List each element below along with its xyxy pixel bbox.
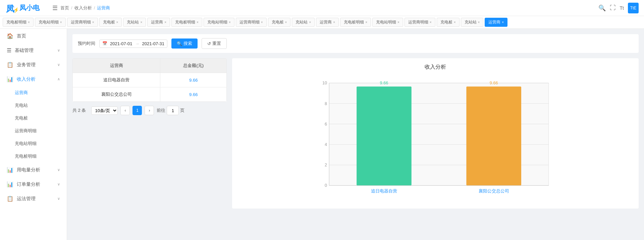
tab-close-icon[interactable]: × [478,20,480,24]
tab-item[interactable]: 充电桩明细× [171,18,202,27]
tab-item[interactable]: 充站站× [292,18,315,27]
date-range-picker[interactable]: 📅 2021-07-01 → 2021-07-31 [99,39,167,48]
menu-icon[interactable]: ☰ [52,4,58,12]
svg-text:10: 10 [322,81,327,85]
tab-item[interactable]: 充电桩× [268,18,291,27]
tab-close-icon[interactable]: × [502,20,504,24]
current-page-button[interactable]: 1 [132,106,142,115]
tab-item[interactable]: 运营商明细× [236,18,267,27]
logo-text: 凤小电 [19,3,40,12]
reset-button[interactable]: ↺ 重置 [202,38,227,49]
sidebar-subitem-pile-detail[interactable]: 充电桩明细 [0,150,67,163]
sidebar-subitem-operator-detail[interactable]: 运营商明细 [0,125,67,137]
next-page-button[interactable]: › [145,106,154,115]
tab-item[interactable]: 充站站× [123,18,146,27]
tab-close-icon[interactable]: × [60,20,62,24]
cell-amount: 9.66 [160,87,227,102]
calendar-icon: 📅 [102,41,107,46]
income-icon: 📊 [7,76,13,82]
font-size-icon[interactable]: Tt [620,5,624,11]
tab-label: 充电桩明细 [6,19,26,25]
sidebar-label-home: 首页 [17,33,26,39]
chart-container: 02468109.66追日电器自营9.66襄阳公交总公司 [237,76,633,203]
tab-close-icon[interactable]: × [229,20,231,24]
search-icon[interactable]: 🔍 [598,4,606,12]
page-size-select[interactable]: 10条/页20条/页50条/页 [91,106,118,115]
col-header-amount: 总金额(元) [160,59,227,73]
col-header-operator: 运营商 [73,59,160,73]
sidebar-subitem-station-detail[interactable]: 充电站明细 [0,137,67,150]
tab-close-icon[interactable]: × [28,20,30,24]
avatar: TtE [628,3,639,13]
breadcrumb-income[interactable]: 收入分析 [74,5,92,11]
tab-close-icon[interactable]: × [116,20,118,24]
tab-close-icon[interactable]: × [92,20,94,24]
tab-close-icon[interactable]: × [140,20,142,24]
tab-close-icon[interactable]: × [261,20,263,24]
svg-text:⚡: ⚡ [13,6,17,13]
tab-close-icon[interactable]: × [397,20,399,24]
fullscreen-icon[interactable]: ⛶ [610,4,616,11]
search-btn-icon: 🔍 [177,41,182,46]
tab-close-icon[interactable]: × [333,20,335,24]
tab-close-icon[interactable]: × [430,20,432,24]
tab-close-icon[interactable]: × [285,20,287,24]
tab-item[interactable]: 充站站× [461,18,484,27]
page-jump-input[interactable] [167,106,179,115]
sidebar-item-business[interactable]: 📋 业务管理 ∨ [0,58,67,72]
chevron-down-icon4: ∨ [57,182,60,186]
tab-item[interactable]: 运营商× [147,18,170,27]
tab-label: 充站站 [127,19,139,25]
tab-label: 充站站 [465,19,477,25]
tab-item[interactable]: 充电站明细× [372,18,403,27]
tab-item[interactable]: 充电桩明细× [3,18,34,27]
svg-rect-16 [357,87,412,186]
chevron-up-icon: ∧ [57,77,60,81]
tab-label: 充电桩 [272,19,284,25]
tab-item[interactable]: 运营商× [316,18,339,27]
cell-operator: 追日电器自营 [73,73,160,87]
tab-close-icon[interactable]: × [197,20,199,24]
breadcrumb-operator: 运营商 [97,5,110,11]
svg-text:4: 4 [325,142,327,147]
tab-item[interactable]: 充电站明细× [35,18,66,27]
tab-close-icon[interactable]: × [164,20,166,24]
search-button[interactable]: 🔍 搜索 [171,38,198,49]
sidebar-subitem-operator[interactable]: 运营商 [0,86,67,99]
sidebar-item-electricity[interactable]: 📊 用电量分析 ∨ [0,163,67,177]
sidebar-item-income[interactable]: 📊 收入分析 ∧ [0,72,67,86]
data-table: 运营商 总金额(元) 追日电器自营9.66襄阳公交总公司9.66 [72,58,227,102]
date-start: 2021-07-01 [110,41,132,46]
sidebar-item-law[interactable]: 📋 运法管理 ∨ [0,191,67,206]
breadcrumb-home[interactable]: 首页 [60,5,69,11]
svg-text:8: 8 [325,101,327,106]
sidebar-item-home[interactable]: 🏠 首页 [0,29,67,43]
tab-close-icon[interactable]: × [454,20,456,24]
chevron-down-icon3: ∨ [57,168,60,172]
cell-operator: 襄阳公交总公司 [73,87,160,102]
sidebar-item-orders[interactable]: 📊 订单量分析 ∨ [0,177,67,191]
date-end: 2021-07-31 [142,41,165,46]
orders-icon: 📊 [7,181,13,187]
sidebar-subitem-pile[interactable]: 充电桩 [0,112,67,125]
tab-item[interactable]: 充电桩× [99,18,122,27]
top-bar: 凤 小 ⚡ 凤小电 ☰ 首页 / 收入分析 / 运营商 🔍 ⛶ Tt TtE [0,0,644,16]
tab-item[interactable]: 运营商明细× [405,18,435,27]
sidebar-item-basic[interactable]: ☰ 基础管理 ∨ [0,43,67,58]
chevron-down-icon5: ∨ [57,196,60,201]
tab-label: 充电站明细 [207,19,227,25]
tab-item[interactable]: 充电桩明细× [340,18,371,27]
tab-close-icon[interactable]: × [365,20,367,24]
breadcrumb: 首页 / 收入分析 / 运营商 [60,5,110,11]
chevron-down-icon: ∨ [57,48,60,53]
prev-page-button[interactable]: ‹ [120,106,130,115]
tab-item[interactable]: 运营商× [485,18,507,27]
tab-label: 运营商明细 [71,19,91,25]
tab-item[interactable]: 充电桩× [437,18,460,27]
tab-close-icon[interactable]: × [309,20,311,24]
tab-item[interactable]: 充电站明细× [204,18,234,27]
cell-amount: 9.66 [160,73,227,87]
tab-item[interactable]: 运营商明细× [67,18,98,27]
sidebar-subitem-station[interactable]: 充电站 [0,99,67,112]
sidebar: 🏠 首页 ☰ 基础管理 ∨ 📋 业务管理 ∨ 📊 收入分析 ∧ 运营商 充电站 … [0,29,67,240]
